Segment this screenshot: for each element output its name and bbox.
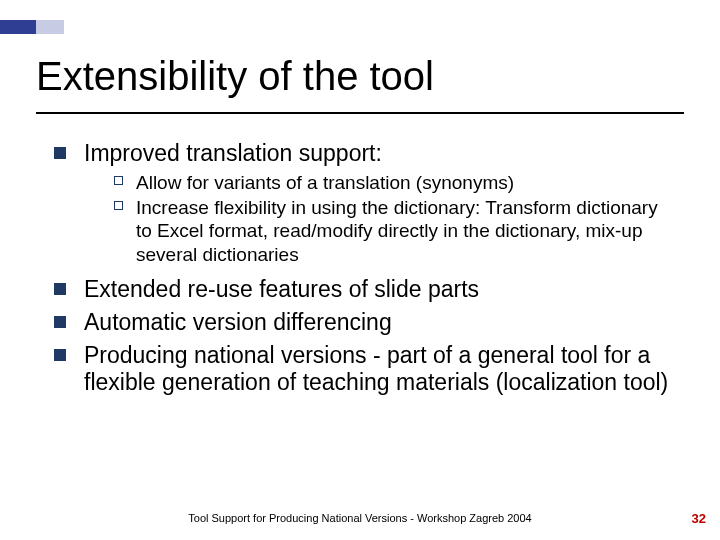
accent-dark-block bbox=[0, 20, 36, 34]
bullet-l1: Improved translation support: Allow for … bbox=[54, 140, 670, 266]
page-number: 32 bbox=[692, 511, 706, 526]
square-bullet-icon bbox=[54, 283, 66, 295]
bullet-l1: Automatic version differencing bbox=[54, 309, 670, 336]
hollow-square-bullet-icon bbox=[114, 201, 123, 210]
bullet-text: Improved translation support: bbox=[84, 140, 382, 166]
slide-title: Extensibility of the tool bbox=[36, 54, 684, 99]
accent-light-block bbox=[36, 20, 64, 34]
bullet-l1: Extended re-use features of slide parts bbox=[54, 276, 670, 303]
square-bullet-icon bbox=[54, 316, 66, 328]
square-bullet-icon bbox=[54, 147, 66, 159]
title-underline bbox=[36, 112, 684, 114]
bullet-l2: Increase flexibility in using the dictio… bbox=[114, 196, 670, 266]
sub-bullet-group: Allow for variants of a translation (syn… bbox=[114, 171, 670, 266]
bullet-l1: Producing national versions - part of a … bbox=[54, 342, 670, 396]
bullet-text: Automatic version differencing bbox=[84, 309, 392, 335]
bullet-l2: Allow for variants of a translation (syn… bbox=[114, 171, 670, 194]
accent-bar bbox=[0, 20, 64, 34]
bullet-text: Producing national versions - part of a … bbox=[84, 342, 668, 395]
footer-text: Tool Support for Producing National Vers… bbox=[0, 512, 720, 524]
bullet-text: Extended re-use features of slide parts bbox=[84, 276, 479, 302]
sub-bullet-text: Allow for variants of a translation (syn… bbox=[136, 172, 514, 193]
slide: Extensibility of the tool Improved trans… bbox=[0, 0, 720, 540]
slide-body: Improved translation support: Allow for … bbox=[54, 140, 670, 402]
hollow-square-bullet-icon bbox=[114, 176, 123, 185]
square-bullet-icon bbox=[54, 349, 66, 361]
sub-bullet-text: Increase flexibility in using the dictio… bbox=[136, 197, 658, 264]
